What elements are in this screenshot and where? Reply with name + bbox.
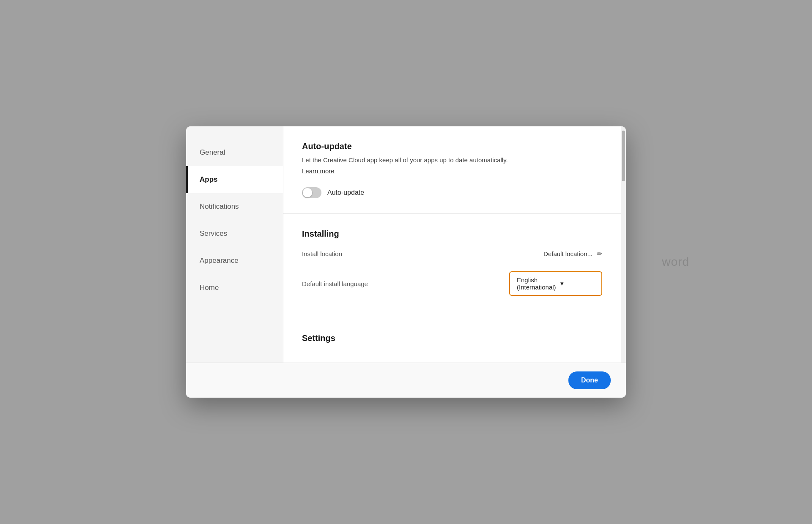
install-location-row: Install location Default location... ✏ — [302, 243, 602, 265]
auto-update-toggle-row: Auto-update — [302, 187, 602, 198]
default-language-row: Default install language English (Intern… — [302, 265, 602, 303]
settings-title: Settings — [302, 333, 602, 343]
sidebar-item-services[interactable]: Services — [186, 220, 283, 247]
dropdown-chevron-icon: ▾ — [560, 280, 595, 287]
auto-update-description: Let the Creative Cloud app keep all of y… — [302, 156, 602, 165]
sidebar-item-general[interactable]: General — [186, 139, 283, 166]
installing-title: Installing — [302, 229, 602, 239]
installing-section: Installing Install location Default loca… — [283, 214, 621, 318]
auto-update-toggle-label: Auto-update — [327, 189, 364, 196]
dialog-body: General Apps Notifications Services Appe… — [186, 126, 626, 363]
done-button[interactable]: Done — [568, 371, 611, 389]
toggle-knob — [303, 188, 312, 197]
dialog-footer: Done — [186, 363, 626, 398]
sidebar: General Apps Notifications Services Appe… — [186, 126, 283, 363]
install-location-value: Default location... — [543, 250, 593, 257]
auto-update-title: Auto-update — [302, 142, 602, 151]
preferences-dialog: General Apps Notifications Services Appe… — [186, 126, 626, 398]
learn-more-link[interactable]: Learn more — [302, 167, 335, 175]
sidebar-item-appearance[interactable]: Appearance — [186, 247, 283, 274]
main-content: Auto-update Let the Creative Cloud app k… — [283, 126, 621, 363]
scrollbar-track[interactable] — [621, 126, 626, 363]
language-dropdown[interactable]: English (International) ▾ — [509, 271, 602, 296]
background-hint-text: word — [662, 255, 689, 269]
sidebar-item-home[interactable]: Home — [186, 274, 283, 301]
auto-update-section: Auto-update Let the Creative Cloud app k… — [283, 126, 621, 214]
auto-update-toggle[interactable] — [302, 187, 321, 198]
settings-section: Settings — [283, 318, 621, 363]
scrollbar-thumb[interactable] — [622, 131, 625, 181]
language-value: English (International) — [517, 276, 556, 291]
pencil-icon[interactable]: ✏ — [597, 250, 602, 258]
default-language-label: Default install language — [302, 280, 368, 287]
dialog-overlay: word General Apps Notifications Services… — [0, 0, 812, 524]
install-location-label: Install location — [302, 250, 342, 257]
sidebar-item-apps[interactable]: Apps — [186, 166, 283, 193]
install-location-value-group: Default location... ✏ — [543, 250, 602, 258]
sidebar-item-notifications[interactable]: Notifications — [186, 193, 283, 220]
